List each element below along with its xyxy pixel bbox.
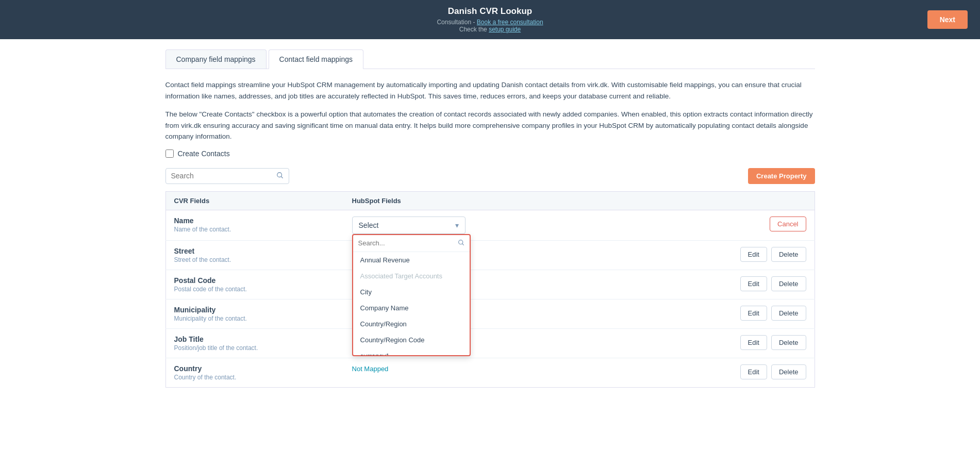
hubspot-field-cell: Select ▾ <box>344 210 669 240</box>
mapping-table: CVR Fields HubSpot Fields Name Name of t… <box>165 191 815 388</box>
field-desc: Street of the contact. <box>174 256 336 263</box>
cvr-field-cell: Street Street of the contact. <box>165 240 344 270</box>
next-button[interactable]: Next <box>927 10 968 29</box>
setup-guide-link[interactable]: setup guide <box>489 26 521 33</box>
cvr-field-cell: Municipality Municipality of the contact… <box>165 299 344 328</box>
field-name: Country <box>174 364 336 373</box>
action-buttons: Edit Delete <box>676 276 806 291</box>
field-desc: Name of the contact. <box>174 226 336 233</box>
main-content: Company field mappings Contact field map… <box>150 39 830 398</box>
action-buttons: Edit Delete <box>676 306 806 321</box>
cancel-button[interactable]: Cancel <box>770 217 806 231</box>
action-cell: Edit Delete <box>668 270 815 299</box>
delete-button[interactable]: Delete <box>771 306 806 321</box>
dropdown-option-country-region[interactable]: Country/Region <box>353 316 470 332</box>
dropdown-option-annual-revenue[interactable]: Annual Revenue <box>353 252 470 268</box>
create-contacts-label: Create Contacts <box>178 149 230 158</box>
delete-button[interactable]: Delete <box>771 364 806 379</box>
edit-button[interactable]: Edit <box>740 335 767 350</box>
not-mapped-label: Not Mapped <box>352 365 389 373</box>
hubspot-field-cell: Not Mapped <box>344 358 669 387</box>
dropdown-option-associated-target: Associated Target Accounts <box>353 268 470 284</box>
edit-button[interactable]: Edit <box>740 306 767 321</box>
edit-button[interactable]: Edit <box>740 364 767 379</box>
table-row: Street Street of the contact. Edit Delet… <box>165 240 815 270</box>
dropdown-option-country-region-code[interactable]: Country/Region Code <box>353 332 470 348</box>
field-desc: Position/job title of the contact. <box>174 344 336 352</box>
delete-button[interactable]: Delete <box>771 335 806 350</box>
col-cvr-fields: CVR Fields <box>165 191 344 210</box>
cvr-field-cell: Postal Code Postal code of the contact. <box>165 270 344 299</box>
field-name: Job Title <box>174 335 336 343</box>
delete-button[interactable]: Delete <box>771 247 806 262</box>
chevron-down-icon: ▾ <box>455 221 459 229</box>
field-name: Municipality <box>174 306 336 314</box>
action-buttons: Edit Delete <box>676 335 806 350</box>
action-cell: Edit Delete <box>668 358 815 387</box>
field-desc: Municipality of the contact. <box>174 315 336 322</box>
toolbar: Create Property <box>165 168 815 184</box>
dropdown-container: Annual Revenue Associated Target Account… <box>352 234 471 356</box>
table-row: Name Name of the contact. Select ▾ <box>165 210 815 240</box>
cvr-field-cell: Name Name of the contact. <box>165 210 344 240</box>
app-title: Danish CVR Lookup <box>437 6 543 16</box>
header: Danish CVR Lookup Consultation - Book a … <box>0 0 980 39</box>
select-trigger[interactable]: Select ▾ <box>352 217 466 234</box>
dropdown-option-city[interactable]: City <box>353 284 470 300</box>
select-wrapper: Select ▾ <box>352 217 466 234</box>
cvr-field-cell: Country Country of the contact. <box>165 358 344 387</box>
col-actions <box>668 191 815 210</box>
action-cell: Cancel <box>668 210 815 240</box>
cvr-field-cell: Job Title Position/job title of the cont… <box>165 328 344 358</box>
header-content: Danish CVR Lookup Consultation - Book a … <box>437 6 543 33</box>
action-cell: Edit Delete <box>668 240 815 270</box>
create-contacts-row: Create Contacts <box>165 149 815 158</box>
search-box[interactable] <box>165 168 289 184</box>
field-desc: Postal code of the contact. <box>174 286 336 293</box>
dropdown-search-input[interactable] <box>358 239 458 247</box>
select-label: Select <box>359 221 379 229</box>
edit-button[interactable]: Edit <box>740 247 767 262</box>
table-row: Job Title Position/job title of the cont… <box>165 328 815 358</box>
dropdown-search[interactable] <box>353 235 470 252</box>
delete-button[interactable]: Delete <box>771 276 806 291</box>
action-buttons: Edit Delete <box>676 247 806 262</box>
dropdown-search-icon <box>458 239 464 247</box>
action-cell: Edit Delete <box>668 328 815 358</box>
dropdown-options: Annual Revenue Associated Target Account… <box>353 252 470 355</box>
header-subtitle: Consultation - Book a free consultation … <box>437 19 543 33</box>
action-buttons: Edit Delete <box>676 364 806 379</box>
action-buttons: Cancel <box>676 217 806 231</box>
dropdown-option-currency1[interactable]: currency1 <box>353 348 470 355</box>
col-hubspot-fields: HubSpot Fields <box>344 191 669 210</box>
dropdown-option-company-name[interactable]: Company Name <box>353 300 470 316</box>
tab-contact[interactable]: Contact field mappings <box>269 49 363 69</box>
create-contacts-checkbox[interactable] <box>165 149 174 158</box>
field-name: Name <box>174 217 336 225</box>
table-row: Country Country of the contact. Not Mapp… <box>165 358 815 387</box>
tab-bar: Company field mappings Contact field map… <box>165 49 815 69</box>
edit-button[interactable]: Edit <box>740 276 767 291</box>
description-para1: Contact field mappings streamline your H… <box>165 79 815 102</box>
search-input[interactable] <box>171 172 274 180</box>
action-cell: Edit Delete <box>668 299 815 328</box>
tab-company[interactable]: Company field mappings <box>165 49 267 69</box>
search-icon <box>276 172 284 180</box>
book-consultation-link[interactable]: Book a free consultation <box>477 19 543 26</box>
field-name: Postal Code <box>174 276 336 285</box>
description-para2: The below "Create Contacts" checkbox is … <box>165 109 815 142</box>
field-desc: Country of the contact. <box>174 374 336 381</box>
table-row: Municipality Municipality of the contact… <box>165 299 815 328</box>
svg-line-1 <box>281 176 283 178</box>
field-name: Street <box>174 247 336 255</box>
svg-line-3 <box>462 244 463 245</box>
create-property-button[interactable]: Create Property <box>748 168 815 184</box>
table-row: Postal Code Postal code of the contact. … <box>165 270 815 299</box>
